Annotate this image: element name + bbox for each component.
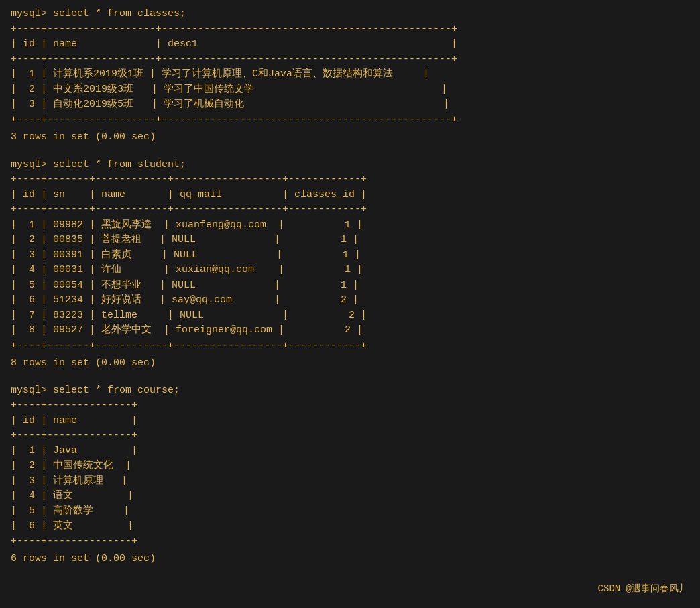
border-bot-3: +----+--------------+ <box>11 534 689 550</box>
terminal: mysql> select * from classes; +----+----… <box>11 7 689 567</box>
prompt-3: mysql> <box>11 385 53 396</box>
header-3: | id | name | <box>11 414 689 429</box>
query-section-course: mysql> select * from course; +----+-----… <box>11 383 689 567</box>
row-3-3: | 3 | 计算机原理 | <box>11 474 689 489</box>
prompt: mysql> <box>11 8 53 19</box>
query-section-classes: mysql> select * from classes; +----+----… <box>11 7 689 145</box>
row-1-1: | 1 | 计算机系2019级1班 | 学习了计算机原理、C和Java语言、数据… <box>11 67 689 82</box>
summary-2: 8 rows in set (0.00 sec) <box>11 356 689 371</box>
sql-1: select * from classes; <box>53 8 186 19</box>
prompt-line-3: mysql> select * from course; <box>11 383 689 399</box>
row-2-3: | 3 | 00391 | 白素贞 | NULL | 1 | <box>11 248 689 263</box>
row-2-8: | 8 | 09527 | 老外学中文 | foreigner@qq.com |… <box>11 323 689 339</box>
prompt-2: mysql> <box>11 159 53 170</box>
sql-2: select * from student; <box>53 159 186 170</box>
prompt-line-1: mysql> select * from classes; <box>11 7 689 22</box>
header-2: | id | sn | name | qq_mail | classes_id … <box>11 188 689 203</box>
row-2-7: | 7 | 83223 | tellme | NULL | 2 | <box>11 308 689 324</box>
border-top-1: +----+------------------+---------------… <box>11 22 689 38</box>
sql-3: select * from course; <box>53 385 180 396</box>
prompt-line-2: mysql> select * from student; <box>11 158 689 173</box>
border-mid-3: +----+--------------+ <box>11 428 689 444</box>
query-section-student: mysql> select * from student; +----+----… <box>11 158 689 371</box>
border-mid-1: +----+------------------+---------------… <box>11 52 689 68</box>
row-2-4: | 4 | 00031 | 许仙 | xuxian@qq.com | 1 | <box>11 263 689 278</box>
watermark: CSDN @遇事问春风丿 <box>598 582 688 596</box>
header-1: | id | name | desc1 | <box>11 37 689 52</box>
row-2-1: | 1 | 09982 | 黑旋风李逵 | xuanfeng@qq.com | … <box>11 218 689 233</box>
border-bot-1: +----+------------------+---------------… <box>11 113 689 128</box>
summary-3: 6 rows in set (0.00 sec) <box>11 552 689 567</box>
border-bot-2: +----+-------+------------+-------------… <box>11 339 689 354</box>
row-1-2: | 2 | 中文系2019级3班 | 学习了中国传统文学 | <box>11 82 689 98</box>
border-mid-2: +----+-------+------------+-------------… <box>11 202 689 218</box>
row-3-5: | 5 | 高阶数学 | <box>11 504 689 520</box>
row-3-4: | 4 | 语文 | <box>11 489 689 504</box>
row-1-3: | 3 | 自动化2019级5班 | 学习了机械自动化 | <box>11 97 689 113</box>
row-2-5: | 5 | 00054 | 不想毕业 | NULL | 1 | <box>11 278 689 294</box>
row-3-2: | 2 | 中国传统文化 | <box>11 459 689 474</box>
border-top-3: +----+--------------+ <box>11 398 689 414</box>
row-3-1: | 1 | Java | <box>11 444 689 459</box>
border-top-2: +----+-------+------------+-------------… <box>11 172 689 188</box>
row-2-2: | 2 | 00835 | 菩提老祖 | NULL | 1 | <box>11 233 689 248</box>
row-2-6: | 6 | 51234 | 好好说话 | say@qq.com | 2 | <box>11 293 689 308</box>
summary-1: 3 rows in set (0.00 sec) <box>11 130 689 145</box>
row-3-6: | 6 | 英文 | <box>11 519 689 534</box>
